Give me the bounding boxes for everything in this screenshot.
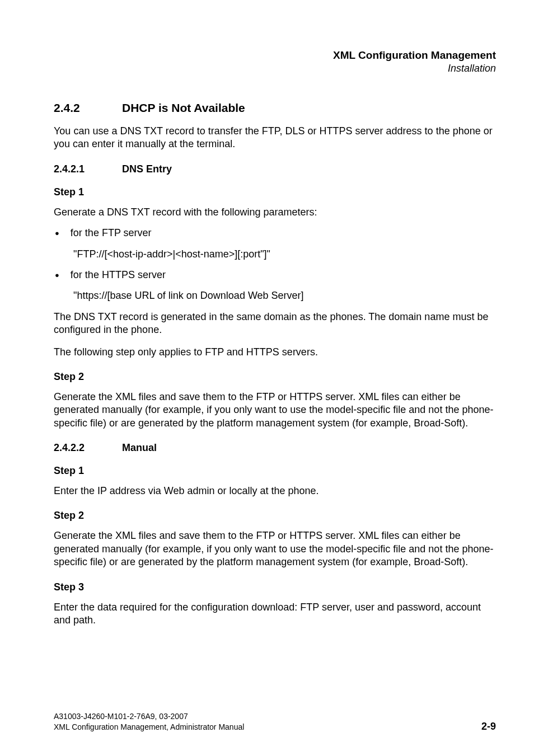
page-number: 2-9 [481, 721, 496, 732]
footer-left: A31003-J4260-M101-2-76A9, 03-2007 XML Co… [54, 711, 244, 732]
bullet-label-https: for the HTTPS server [71, 269, 166, 281]
section-number: 2.4.2 [54, 101, 122, 115]
header-subtitle: Installation [54, 63, 496, 74]
subsection-number: 2.4.2.1 [54, 163, 122, 175]
step2-heading: Step 2 [54, 371, 496, 383]
subsection-number: 2.4.2.2 [54, 442, 122, 454]
manual-step3-para: Enter the data required for the configur… [54, 601, 496, 627]
manual-step3-heading: Step 3 [54, 581, 496, 593]
manual-step1-para: Enter the IP address via Web admin or lo… [54, 485, 496, 497]
footer-line1: A31003-J4260-M101-2-76A9, 03-2007 [54, 711, 244, 722]
subsection-heading-manual: 2.4.2.2Manual [54, 442, 496, 454]
step1-para2: The following step only applies to FTP a… [54, 346, 496, 359]
bullet-label-ftp: for the FTP server [71, 227, 152, 240]
section-title: DHCP is Not Available [122, 101, 245, 114]
step1-intro: Generate a DNS TXT record with the follo… [54, 206, 496, 219]
manual-step1-heading: Step 1 [54, 465, 496, 477]
manual-step2-para: Generate the XML files and save them to … [54, 529, 496, 569]
header-title: XML Configuration Management [54, 49, 496, 62]
step1-heading: Step 1 [54, 186, 496, 198]
bullet-value-ftp: "FTP://[<host-ip-addr>|<host-name>][:por… [73, 248, 496, 261]
section-intro: You can use a DNS TXT record to transfer… [54, 125, 496, 151]
subsection-title: Manual [122, 442, 157, 453]
subsection-heading-dns: 2.4.2.1DNS Entry [54, 163, 496, 175]
footer-line2: XML Configuration Management, Administra… [54, 722, 244, 732]
bullet-icon: ● [55, 229, 59, 237]
bullet-item-https: ● for the HTTPS server [54, 269, 496, 281]
subsection-title: DNS Entry [122, 163, 172, 175]
page-footer: A31003-J4260-M101-2-76A9, 03-2007 XML Co… [54, 711, 496, 732]
manual-step2-heading: Step 2 [54, 510, 496, 522]
bullet-item-ftp: ● for the FTP server [54, 227, 496, 240]
step2-para: Generate the XML files and save them to … [54, 391, 496, 430]
page-header: XML Configuration Management Installatio… [54, 49, 496, 74]
step1-para1: The DNS TXT record is generated in the s… [54, 311, 496, 337]
bullet-value-https: "https://[base URL of link on Download W… [73, 289, 496, 302]
bullet-icon: ● [55, 271, 59, 279]
section-heading: 2.4.2DHCP is Not Available [54, 101, 496, 115]
